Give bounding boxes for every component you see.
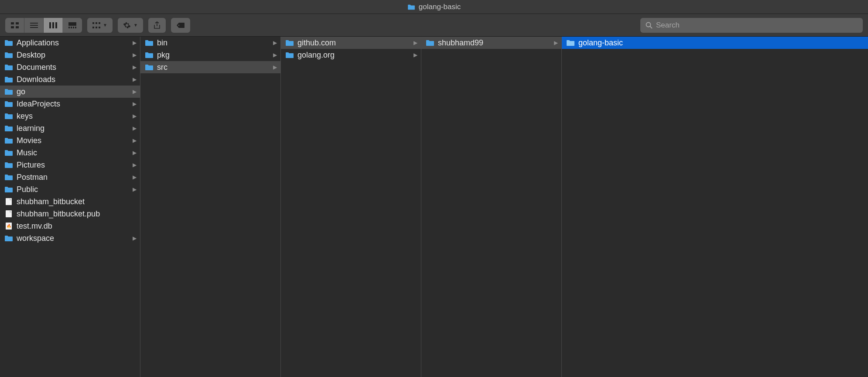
list-item[interactable]: workspace▶: [0, 232, 140, 244]
list-item[interactable]: keys▶: [0, 110, 140, 122]
list-item[interactable]: golang.org▶: [281, 49, 421, 61]
svg-rect-18: [92, 27, 94, 28]
svg-rect-3: [16, 26, 19, 28]
item-label: Music: [17, 148, 129, 158]
folder-icon: [4, 149, 13, 156]
search-input[interactable]: [656, 21, 858, 30]
list-item[interactable]: Applications▶: [0, 37, 140, 49]
list-item[interactable]: shubham_bitbucket.pub: [0, 208, 140, 220]
folder-icon: [4, 88, 13, 95]
list-item[interactable]: Music▶: [0, 147, 140, 159]
chevron-right-icon: ▶: [133, 235, 137, 241]
item-label: learning: [17, 124, 129, 133]
list-item[interactable]: Downloads▶: [0, 73, 140, 86]
item-label: Applications: [17, 38, 129, 48]
list-item[interactable]: bin▶: [140, 37, 280, 49]
chevron-right-icon: ▶: [273, 64, 277, 70]
folder-icon: [4, 39, 13, 46]
chevron-right-icon: ▶: [413, 40, 417, 46]
svg-rect-10: [68, 22, 76, 26]
item-label: test.mv.db: [17, 222, 137, 231]
list-item[interactable]: Public▶: [0, 183, 140, 195]
chevron-down-icon: ▼: [103, 23, 107, 27]
svg-rect-11: [68, 27, 70, 28]
chevron-down-icon: ▼: [133, 23, 138, 27]
list-item[interactable]: src▶: [140, 61, 280, 73]
view-gallery-button[interactable]: [63, 18, 82, 33]
list-item[interactable]: golang-basic: [562, 37, 868, 49]
chevron-right-icon: ▶: [133, 89, 137, 95]
gear-icon: [123, 21, 131, 29]
list-item[interactable]: go▶: [0, 86, 140, 98]
item-label: shubham_bitbucket: [17, 197, 137, 206]
action-button[interactable]: ▼: [118, 18, 143, 33]
svg-rect-12: [71, 27, 72, 28]
chevron-right-icon: ▶: [133, 64, 137, 70]
view-list-button[interactable]: [24, 18, 44, 33]
arrange-button[interactable]: ▼: [87, 18, 113, 33]
item-label: Desktop: [17, 51, 129, 60]
list-item[interactable]: Pictures▶: [0, 159, 140, 171]
share-button[interactable]: [148, 18, 166, 33]
svg-rect-7: [49, 22, 51, 28]
view-column-button[interactable]: [44, 18, 63, 33]
svg-rect-5: [30, 25, 38, 26]
svg-rect-6: [30, 27, 38, 28]
list-item[interactable]: shubham_bitbucket: [0, 195, 140, 208]
list-item[interactable]: 🔥test.mv.db: [0, 220, 140, 232]
chevron-right-icon: ▶: [133, 162, 137, 168]
chevron-right-icon: ▶: [133, 76, 137, 82]
folder-icon: [4, 100, 13, 107]
list-item[interactable]: pkg▶: [140, 49, 280, 61]
folder-icon: [407, 4, 415, 10]
file-icon: 🔥: [4, 223, 13, 230]
list-item[interactable]: Postman▶: [0, 171, 140, 183]
folder-icon: [566, 39, 575, 46]
window-title: golang-basic: [419, 3, 461, 11]
chevron-right-icon: ▶: [133, 101, 137, 107]
item-label: Documents: [17, 63, 129, 72]
svg-rect-13: [73, 27, 74, 28]
folder-icon: [4, 137, 13, 144]
folder-icon: [4, 51, 13, 58]
chevron-right-icon: ▶: [413, 52, 417, 58]
item-label: shubham_bitbucket.pub: [17, 209, 137, 219]
item-label: src: [157, 63, 270, 72]
file-icon: [4, 198, 13, 205]
search-box[interactable]: [640, 18, 863, 33]
folder-icon: [4, 161, 13, 168]
tags-button[interactable]: [171, 18, 190, 33]
search-icon: [646, 22, 653, 29]
item-label: keys: [17, 112, 129, 121]
column: shubhamd99▶: [421, 37, 562, 377]
list-item[interactable]: github.com▶: [281, 37, 421, 49]
list-item[interactable]: Documents▶: [0, 61, 140, 73]
folder-icon: [285, 51, 294, 58]
item-label: pkg: [157, 51, 270, 60]
folder-icon: [145, 51, 154, 58]
folder-icon: [285, 39, 294, 46]
list-item[interactable]: IdeaProjects▶: [0, 98, 140, 110]
tag-icon: [176, 22, 185, 28]
view-mode-segmented: [5, 18, 82, 33]
item-label: go: [17, 87, 129, 96]
chevron-right-icon: ▶: [273, 52, 277, 58]
view-icon-button[interactable]: [5, 18, 24, 33]
item-label: shubhamd99: [438, 38, 550, 48]
svg-rect-20: [99, 27, 100, 28]
folder-icon: [4, 235, 13, 242]
svg-rect-0: [11, 22, 14, 24]
folder-icon: [4, 76, 13, 83]
list-view-icon: [30, 22, 38, 28]
chevron-right-icon: ▶: [554, 40, 558, 46]
file-icon: [4, 210, 13, 217]
svg-rect-2: [11, 26, 14, 28]
folder-icon: [426, 39, 434, 46]
list-item[interactable]: Desktop▶: [0, 49, 140, 61]
list-item[interactable]: shubhamd99▶: [421, 37, 561, 49]
list-item[interactable]: learning▶: [0, 122, 140, 134]
item-label: IdeaProjects: [17, 99, 129, 109]
list-item[interactable]: Movies▶: [0, 134, 140, 147]
svg-rect-16: [96, 22, 97, 24]
svg-rect-4: [30, 23, 38, 24]
